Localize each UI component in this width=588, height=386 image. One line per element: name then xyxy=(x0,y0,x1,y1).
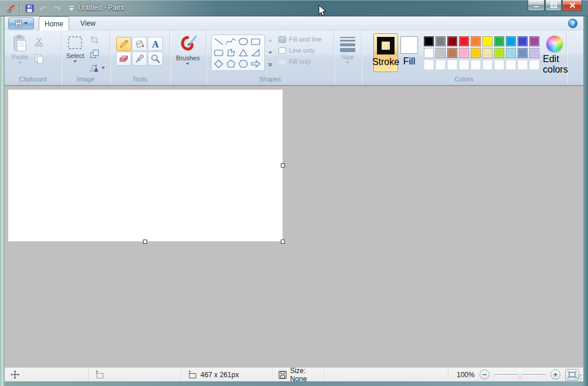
shape-diamond[interactable] xyxy=(212,58,225,69)
zoom-slider-thumb[interactable] xyxy=(517,370,523,380)
close-button[interactable] xyxy=(562,0,582,11)
paste-icon xyxy=(12,35,28,52)
select-button[interactable]: Select xyxy=(66,33,84,76)
status-selection-size xyxy=(89,368,182,381)
cursor-position-icon xyxy=(11,370,19,379)
color-swatch[interactable] xyxy=(518,48,528,58)
group-size: Size xyxy=(334,30,362,85)
option-fill-and-line[interactable]: Fill and line xyxy=(278,36,322,43)
tool-fill-with-color[interactable] xyxy=(132,37,147,51)
shape-oval[interactable] xyxy=(237,36,249,47)
zoom-in-button[interactable] xyxy=(550,370,560,380)
option-fill-only[interactable]: Fill only xyxy=(278,58,322,65)
drawing-canvas[interactable] xyxy=(8,90,283,241)
color-swatch[interactable] xyxy=(447,48,457,58)
color-swatch[interactable] xyxy=(459,36,469,46)
option-line-only[interactable]: Line only xyxy=(278,47,322,54)
color-swatch[interactable] xyxy=(494,36,504,46)
paint-app-icon[interactable] xyxy=(6,3,16,13)
crop-button[interactable] xyxy=(88,33,101,46)
brushes-button[interactable]: Brushes xyxy=(176,33,199,76)
tool-eraser[interactable] xyxy=(116,52,131,66)
title-bar[interactable]: Untitled - Paint xyxy=(0,0,588,16)
maximize-button[interactable] xyxy=(545,0,562,11)
cut-button[interactable] xyxy=(33,36,46,49)
tab-home[interactable]: Home xyxy=(39,16,69,30)
empty-color-slot[interactable] xyxy=(518,60,528,70)
color-swatch[interactable] xyxy=(506,48,516,58)
empty-color-slot[interactable] xyxy=(459,60,469,70)
tool-color-picker[interactable] xyxy=(132,52,147,66)
color-swatch[interactable] xyxy=(436,48,446,58)
empty-color-slot[interactable] xyxy=(482,60,492,70)
shape-right-arrow-icon xyxy=(250,58,261,69)
color-swatch[interactable] xyxy=(506,36,516,46)
copy-button[interactable] xyxy=(33,52,46,65)
paste-button[interactable]: Paste xyxy=(12,33,28,76)
color-swatch[interactable] xyxy=(518,36,528,46)
empty-color-slot[interactable] xyxy=(447,60,457,70)
empty-color-slot[interactable] xyxy=(494,60,504,70)
shape-right-arrow[interactable] xyxy=(249,58,261,69)
paint-window: Untitled - Paint Home View xyxy=(0,0,588,386)
resize-button[interactable] xyxy=(88,47,101,60)
shape-polygon[interactable] xyxy=(225,47,237,58)
color-swatch[interactable] xyxy=(424,36,434,46)
status-bar: 467 x 261px Size: None 100% xyxy=(5,367,583,381)
stroke-color-button[interactable]: Stroke xyxy=(373,33,398,72)
shape-rectangle[interactable] xyxy=(249,36,261,47)
shape-pentagon[interactable] xyxy=(225,58,237,69)
group-image: Select xyxy=(62,30,110,85)
shapes-scroll-up-button[interactable] xyxy=(266,35,274,46)
color-swatch[interactable] xyxy=(529,48,539,58)
edit-colors-button[interactable]: Edit colors xyxy=(543,33,566,76)
color-swatch[interactable] xyxy=(459,48,469,58)
shape-hexagon[interactable] xyxy=(237,58,249,69)
application-menu-button[interactable] xyxy=(8,18,34,29)
color-swatch[interactable] xyxy=(471,48,481,58)
fill-color-button[interactable]: Fill xyxy=(399,33,419,72)
save-icon[interactable] xyxy=(24,3,35,13)
color-swatch[interactable] xyxy=(482,36,492,46)
color-palette xyxy=(424,36,539,76)
zoom-slider[interactable] xyxy=(494,370,546,380)
empty-color-slot[interactable] xyxy=(471,60,481,70)
shapes-scroll-down-button[interactable] xyxy=(266,47,274,59)
tool-pencil[interactable] xyxy=(116,37,131,51)
rotate-button[interactable] xyxy=(88,62,106,74)
shapes-more-button[interactable] xyxy=(266,59,274,71)
zoom-level-text: 100% xyxy=(457,371,475,379)
chevron-down-icon xyxy=(24,22,28,25)
redo-icon[interactable] xyxy=(52,3,63,13)
help-icon[interactable]: ? xyxy=(568,19,577,28)
color-swatch[interactable] xyxy=(447,36,457,46)
zoom-out-button[interactable] xyxy=(480,370,490,380)
minimize-button[interactable] xyxy=(528,0,545,11)
tab-view[interactable]: View xyxy=(73,16,103,30)
color-swatch[interactable] xyxy=(529,36,539,46)
qat-dropdown-icon[interactable] xyxy=(66,3,77,13)
tool-text[interactable]: A xyxy=(148,37,163,51)
empty-color-slot[interactable] xyxy=(506,60,516,70)
canvas-resize-handle-bottom[interactable] xyxy=(143,240,147,244)
canvas-resize-handle-right[interactable] xyxy=(281,163,285,168)
color-swatch[interactable] xyxy=(424,48,434,58)
color-swatch[interactable] xyxy=(494,48,504,58)
status-cursor-position xyxy=(5,368,89,381)
empty-color-slot[interactable] xyxy=(529,60,539,70)
resize-grip[interactable] xyxy=(577,374,582,380)
undo-icon[interactable] xyxy=(38,3,49,13)
shape-line[interactable] xyxy=(212,36,225,47)
canvas-resize-handle-corner[interactable] xyxy=(281,240,285,244)
empty-color-slot[interactable] xyxy=(436,60,446,70)
color-swatch[interactable] xyxy=(471,36,481,46)
shape-rounded-rectangle[interactable] xyxy=(212,47,225,58)
empty-color-slot[interactable] xyxy=(424,60,434,70)
color-swatch[interactable] xyxy=(482,48,492,58)
shape-triangle[interactable] xyxy=(237,47,249,58)
color-swatch[interactable] xyxy=(436,36,446,46)
shape-right-triangle[interactable] xyxy=(249,47,261,58)
shape-curve[interactable] xyxy=(225,36,237,47)
tool-magnifier[interactable] xyxy=(148,52,163,66)
size-button[interactable]: Size xyxy=(340,33,355,76)
